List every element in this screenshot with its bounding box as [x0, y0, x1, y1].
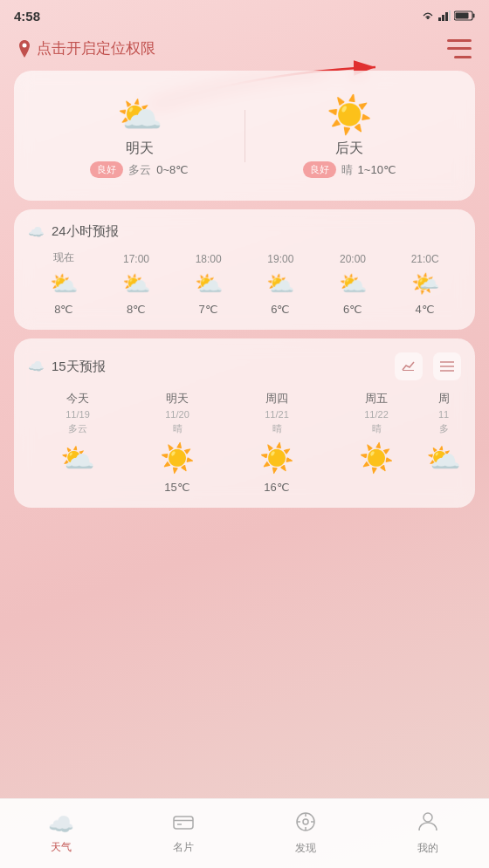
- status-bar: 4:58: [0, 0, 489, 31]
- forecast-15-header: ☁️ 15天预报: [28, 352, 461, 380]
- location-text: 点击开启定位权限: [37, 38, 155, 58]
- header: 点击开启定位权限: [0, 31, 489, 62]
- location-icon: [17, 40, 31, 58]
- forecast-15-card: ☁️ 15天预报 今天 11/19: [14, 338, 475, 508]
- day-date-1: 11/20: [165, 409, 189, 420]
- day-date-4: 11: [438, 409, 449, 420]
- header-icon-group: [395, 352, 461, 380]
- dayafter-desc: 晴: [341, 162, 353, 178]
- dayafter-temp: 1~10℃: [358, 163, 396, 176]
- days-row: 今天 11/19 多云 ⛅ 明天 11/20 晴 ☀️ 15℃ 周四 11/21…: [28, 391, 461, 494]
- day-col-0: 今天 11/19 多云 ⛅: [28, 391, 127, 494]
- hour-label-0: 现在: [53, 250, 74, 265]
- menu-line-3: [454, 56, 472, 58]
- day-label-1: 明天: [166, 391, 189, 407]
- nav-weather[interactable]: ☁️ 天气: [0, 812, 122, 855]
- day-col-3: 周五 11/22 晴 ☀️: [327, 391, 426, 494]
- day-icon-0: ⛅: [60, 441, 95, 475]
- day-col-4: 周 11 多 ⛅: [426, 391, 461, 494]
- tomorrow-icon: ⛅: [117, 93, 162, 136]
- hour-temp-1: 8℃: [127, 303, 146, 316]
- hour-icon-3: ⛅: [266, 270, 294, 297]
- forecast-15-cloud-icon: ☁️: [28, 359, 45, 374]
- svg-rect-3: [449, 10, 451, 21]
- day-desc-1: 晴: [173, 422, 183, 435]
- dayafter-quality: 良好: [303, 161, 336, 178]
- svg-rect-13: [174, 817, 193, 829]
- list-icon: [440, 360, 454, 372]
- nav-card[interactable]: 名片: [122, 812, 244, 855]
- hourly-title-text: 24小时预报: [52, 223, 119, 240]
- day-date-2: 11/21: [265, 409, 289, 420]
- hourly-cloud-icon: ☁️: [28, 224, 45, 240]
- battery-icon: [454, 10, 475, 21]
- bottom-nav: ☁️ 天气 名片 发现: [0, 798, 489, 868]
- svg-rect-5: [473, 14, 475, 18]
- day-date-0: 11/19: [65, 409, 90, 420]
- hour-icon-5: 🌤️: [411, 270, 439, 297]
- forecast-short: ⛅ 明天 良好 多云 0~8℃ ☀️ 后天 良好 晴 1~10℃: [28, 85, 461, 187]
- hour-item-0: 现在 ⛅ 8℃: [28, 250, 100, 316]
- hour-icon-2: ⛅: [195, 270, 223, 297]
- dayafter-label: 后天: [335, 140, 363, 158]
- status-icons: [421, 10, 475, 21]
- tomorrow-dayafter-card: ⛅ 明天 良好 多云 0~8℃ ☀️ 后天 良好 晴 1~10℃: [14, 71, 475, 201]
- svg-rect-9: [403, 370, 414, 371]
- hour-temp-0: 8℃: [54, 303, 73, 316]
- status-time: 4:58: [14, 9, 40, 24]
- svg-point-17: [303, 819, 308, 824]
- tomorrow-quality: 良好: [90, 161, 123, 178]
- menu-line-2: [447, 47, 472, 50]
- svg-rect-6: [456, 13, 469, 19]
- svg-rect-1: [442, 15, 444, 21]
- day-date-3: 11/22: [364, 409, 389, 420]
- hour-item-2: 18:00 ⛅ 7℃: [172, 253, 244, 316]
- day-label-3: 周五: [365, 391, 388, 407]
- hour-label-4: 20:00: [340, 253, 366, 265]
- nav-discover[interactable]: 发现: [244, 811, 367, 856]
- hourly-forecast-card: ☁️ 24小时预报 现在 ⛅ 8℃ 17:00 ⛅ 8℃ 18:00 ⛅ 7℃ …: [14, 209, 475, 330]
- svg-point-7: [23, 43, 27, 47]
- list-icon-btn[interactable]: [433, 352, 461, 380]
- day-desc-4: 多: [439, 422, 449, 435]
- day-desc-2: 晴: [272, 422, 282, 435]
- hour-label-3: 19:00: [267, 253, 293, 265]
- hour-temp-2: 7℃: [199, 303, 218, 316]
- svg-rect-0: [438, 17, 441, 21]
- chart-icon-btn[interactable]: [395, 352, 423, 380]
- days-row-container: 今天 11/19 多云 ⛅ 明天 11/20 晴 ☀️ 15℃ 周四 11/21…: [28, 391, 461, 494]
- hour-label-5: 21:0C: [411, 253, 439, 265]
- tomorrow-item: ⛅ 明天 良好 多云 0~8℃: [35, 93, 244, 178]
- day-icon-2: ☀️: [259, 441, 294, 475]
- day-icon-4: ⛅: [426, 441, 461, 475]
- tomorrow-temp: 0~8℃: [156, 163, 189, 176]
- dayafter-icon: ☀️: [327, 93, 372, 136]
- hour-item-3: 19:00 ⛅ 6℃: [244, 253, 317, 316]
- nav-profile-icon: [418, 811, 437, 837]
- dayafter-item: ☀️ 后天 良好 晴 1~10℃: [245, 93, 455, 178]
- signal-icon: [438, 10, 451, 21]
- nav-card-label: 名片: [173, 840, 194, 855]
- menu-button[interactable]: [447, 39, 472, 58]
- hour-temp-5: 4℃: [416, 303, 435, 316]
- nav-weather-icon: ☁️: [48, 812, 74, 837]
- svg-point-22: [424, 813, 432, 822]
- nav-card-icon: [173, 812, 194, 837]
- nav-profile[interactable]: 我的: [367, 811, 489, 856]
- hour-label-2: 18:00: [196, 253, 222, 265]
- nav-discover-label: 发现: [295, 841, 316, 856]
- hour-item-4: 20:00 ⛅ 6℃: [317, 253, 389, 316]
- hour-temp-4: 6℃: [343, 303, 362, 316]
- location-row[interactable]: 点击开启定位权限: [17, 38, 155, 58]
- hour-icon-1: ⛅: [122, 270, 150, 297]
- day-label-0: 今天: [66, 391, 89, 407]
- hour-icon-0: ⛅: [50, 270, 78, 297]
- hourly-row: 现在 ⛅ 8℃ 17:00 ⛅ 8℃ 18:00 ⛅ 7℃ 19:00 ⛅ 6℃…: [28, 250, 461, 316]
- forecast-15-title-text: 15天预报: [52, 359, 106, 375]
- hourly-title: ☁️ 24小时预报: [28, 223, 461, 240]
- day-label-4: 周: [438, 391, 450, 407]
- nav-discover-icon: [295, 811, 316, 837]
- day-icon-1: ☀️: [160, 441, 195, 475]
- tomorrow-label: 明天: [126, 140, 154, 158]
- day-temp-2: 16℃: [264, 481, 289, 494]
